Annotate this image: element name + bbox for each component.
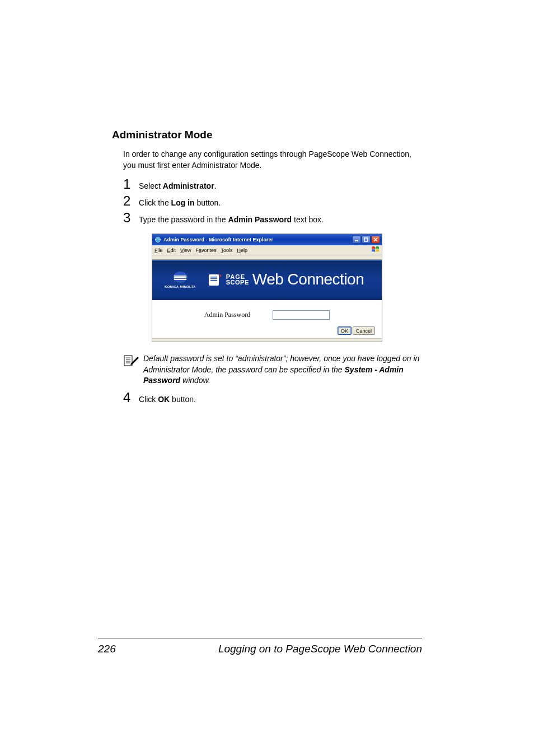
svg-rect-8 [210,277,217,278]
window-titlebar: Admin Password - Microsoft Internet Expl… [152,234,382,245]
svg-rect-2 [364,238,368,241]
svg-rect-10 [210,280,217,281]
note-text: Default password is set to “administrato… [143,353,422,386]
step-2: 2 Click the Log in button. [123,193,422,209]
page-banner: KONICA MINOLTA PAGE SCOPE Web Connection [152,260,382,300]
step-number: 1 [123,176,139,192]
menu-favorites[interactable]: Favorites [195,248,216,253]
pagescope-text: PAGE SCOPE [226,274,249,285]
svg-rect-9 [210,278,217,279]
minimize-button[interactable] [352,236,361,244]
page-number: 226 [98,643,116,655]
step-4: 4 Click OK button. [123,390,422,405]
menu-tools[interactable]: Tools [221,248,232,253]
menu-help[interactable]: Help [237,248,247,253]
pagescope-icon [208,272,223,287]
note-icon [123,353,143,386]
web-connection-text: Web Connection [252,270,364,288]
step-3: 3 Type the password in the Admin Passwor… [123,210,422,226]
ok-button[interactable]: OK [338,326,352,335]
password-input[interactable] [273,310,330,320]
svg-rect-5 [174,277,186,278]
page-footer: 226 Logging on to PageScope Web Connecti… [98,638,422,655]
windows-flag-icon [371,246,380,254]
menu-file[interactable]: File [154,248,163,253]
status-bar [152,338,382,342]
window-title: Admin Password - Microsoft Internet Expl… [163,237,352,242]
svg-point-0 [156,237,161,242]
step-1: 1 Select Administrator. [123,176,422,192]
step-text: Click the Log in button. [139,196,221,209]
step-number: 3 [123,210,139,226]
konica-minolta-text: KONICA MINOLTA [165,285,196,288]
footer-title: Logging on to PageScope Web Connection [116,643,422,655]
step-text: Type the password in the Admin Password … [139,213,324,226]
password-label: Admin Password [204,311,250,319]
step-number: 2 [123,193,139,209]
ie-icon [154,236,161,243]
menu-view[interactable]: View [180,248,191,253]
step-text: Click OK button. [139,393,196,405]
step-number: 4 [123,390,139,405]
menu-bar: File Edit View Favorites Tools Help [152,245,382,255]
note-block: Default password is set to “administrato… [123,353,422,386]
browser-window: Admin Password - Microsoft Internet Expl… [152,234,382,342]
svg-rect-6 [174,279,186,280]
konica-minolta-logo: KONICA MINOLTA [165,271,196,288]
svg-rect-1 [355,240,358,241]
section-title: Administrator Mode [112,129,422,141]
close-button[interactable] [371,236,380,244]
menu-edit[interactable]: Edit [167,248,176,253]
intro-text: In order to change any configuration set… [123,149,422,171]
maximize-button[interactable] [362,236,371,244]
svg-rect-4 [174,276,186,277]
toolbar-strip [152,255,382,260]
step-text: Select Administrator. [139,179,217,192]
cancel-button[interactable]: Cancel [353,326,375,335]
